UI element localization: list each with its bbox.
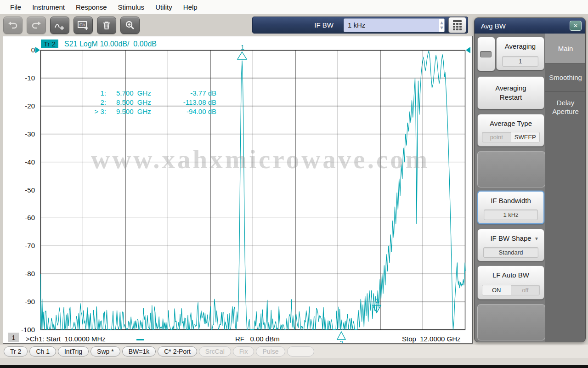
panel-tab-column: Main Smoothing Delay Aperture [545, 34, 586, 342]
keypad-button[interactable] [448, 17, 466, 33]
trace-color-dash [136, 339, 144, 340]
averaging-value: 1 [502, 56, 538, 67]
status-c-2-port[interactable]: C* 2-Port [158, 346, 197, 357]
averaging-button[interactable]: Averaging 1 [496, 37, 544, 70]
y-tick-label: -90 [6, 298, 35, 306]
delete-icon [102, 20, 112, 30]
add-trace-button[interactable] [50, 17, 69, 34]
if-bw-label: IF BW [314, 21, 334, 29]
blank-softkey [477, 304, 545, 340]
svg-text:Ch: Ch [79, 23, 85, 27]
marker-readout-row: > 3: 9.500 GHz -94.00 dB [74, 107, 216, 116]
marker-3-freq: 9.500 GHz [116, 107, 170, 116]
status-bar: Tr 2Ch 1IntTrigSwp *BW=1kC* 2-PortSrcCal… [0, 345, 588, 358]
y-tick-label: -20 [6, 102, 35, 110]
close-icon[interactable]: ✕ [570, 21, 582, 31]
add-channel-button[interactable]: Ch [74, 17, 93, 34]
panel-title: Avg BW [481, 22, 570, 30]
plot-area: Tr 2 S21 LogM 10.00dB/ 0.00dB 0-10-20-30… [3, 36, 473, 344]
status-tr-2[interactable]: Tr 2 [4, 346, 28, 357]
lf-auto-bw-on[interactable]: ON [482, 285, 511, 295]
status-swp-[interactable]: Swp * [90, 346, 120, 357]
menu-bar: FileInstrumentResponseStimulusUtilityHel… [0, 0, 588, 14]
if-bandwidth-value: 1 kHz [484, 209, 538, 220]
menu-item-utility[interactable]: Utility [150, 3, 178, 11]
if-bw-spinner[interactable]: ▲ ▼ [439, 19, 444, 32]
marker-1-id: 1: [74, 89, 106, 98]
status-srccal[interactable]: SrcCal [199, 346, 231, 357]
marker-readout-row: 1: 5.700 GHz -3.77 dB [74, 89, 216, 98]
trace-title: S21 LogM 10.00dB/ 0.00dB [64, 40, 157, 48]
start-frequency-label[interactable]: >Ch1: Start 10.0000 MHz [26, 335, 106, 343]
avg-bw-panel: Avg BW ✕ Main Smoothing Delay Aperture A… [474, 17, 586, 342]
y-tick-label: -10 [6, 74, 35, 82]
averaging-restart-button[interactable]: Averaging Restart [477, 76, 544, 109]
marker-3-id: > 3: [74, 107, 106, 116]
if-bw-shape-value: Standard [483, 247, 538, 258]
y-tick-label: -40 [6, 158, 35, 166]
averaging-label: Averaging [497, 42, 544, 50]
svg-text:3: 3 [375, 297, 379, 305]
if-bw-input-group: ▲ ▼ [344, 18, 445, 32]
average-type-sweep[interactable]: SWEEP [511, 132, 540, 142]
status-empty[interactable] [287, 346, 314, 357]
marker-1-freq: 5.700 GHz [116, 89, 170, 98]
add-trace-icon [54, 20, 66, 30]
tab-main[interactable]: Main [545, 34, 586, 63]
marker-readout-row: 2: 8.500 GHz -113.08 dB [74, 98, 216, 107]
stop-frequency-label[interactable]: Stop 12.0000 GHz [402, 335, 461, 343]
delete-button[interactable] [97, 17, 116, 34]
rf-power-label[interactable]: RF 0.00 dBm [235, 335, 280, 343]
status-ch-1[interactable]: Ch 1 [29, 346, 56, 357]
marker-2-level: -113.08 dB [170, 98, 216, 107]
status-bw-1k[interactable]: BW=1k [122, 346, 156, 357]
redo-button [27, 17, 46, 34]
if-bw-shape-button[interactable]: IF BW Shape ▼ Standard [477, 229, 544, 261]
if-bandwidth-button[interactable]: IF Bandwidth 1 kHz [477, 191, 544, 224]
averaging-restart-label: Averaging Restart [486, 84, 536, 102]
svg-text:2: 2 [339, 340, 343, 344]
spinner-down-icon[interactable]: ▼ [439, 25, 444, 30]
marker-1-level: -3.77 dB [170, 89, 216, 98]
window-bottom-edge [0, 365, 588, 368]
undo-button [3, 17, 23, 34]
marker-2-freq: 8.500 GHz [116, 98, 170, 107]
status-fix[interactable]: Fix [233, 346, 254, 357]
y-tick-label: -60 [6, 214, 35, 221]
zoom-button[interactable] [120, 17, 140, 34]
menu-item-response[interactable]: Response [70, 3, 113, 11]
averaging-toggle-button[interactable] [477, 37, 495, 71]
redo-icon [31, 20, 42, 30]
menu-item-stimulus[interactable]: Stimulus [113, 3, 150, 11]
chevron-down-icon: ▼ [534, 236, 539, 241]
undo-icon [7, 20, 18, 30]
menu-item-file[interactable]: File [5, 3, 27, 11]
marker-3-level: -94.00 dB [170, 107, 216, 116]
average-type-point[interactable]: point [482, 132, 511, 142]
marker-readout: 1: 5.700 GHz -3.77 dB 2: 8.500 GHz -113.… [74, 89, 216, 116]
trace-badge[interactable]: Tr 2 [41, 40, 58, 48]
menu-item-instrument[interactable]: Instrument [27, 3, 70, 11]
lf-auto-bw-button[interactable]: LF Auto BW ON off [477, 266, 544, 300]
add-channel-icon: Ch [77, 20, 89, 30]
lf-auto-bw-off[interactable]: off [511, 285, 540, 295]
average-type-button[interactable]: Average Type point SWEEP [477, 114, 544, 147]
menu-item-help[interactable]: Help [178, 3, 203, 11]
y-tick-label: -50 [6, 186, 35, 194]
tab-delay-aperture[interactable]: Delay Aperture [545, 92, 586, 122]
channel-badge[interactable]: 1 [8, 333, 19, 342]
trace-markers: 123 [237, 44, 381, 344]
lf-auto-bw-label: LF Auto BW [478, 271, 544, 279]
status-pulse[interactable]: Pulse [256, 346, 285, 357]
marker-2[interactable]: 2 [337, 332, 345, 344]
if-bw-input[interactable] [344, 19, 439, 32]
average-type-segmented: point SWEEP [482, 132, 540, 142]
spinner-up-icon[interactable]: ▲ [439, 20, 444, 25]
tab-smoothing[interactable]: Smoothing [545, 63, 586, 92]
panel-title-bar: Avg BW ✕ [475, 18, 585, 34]
svg-text:1: 1 [241, 44, 244, 51]
if-bw-entry-bar: IF BW ▲ ▼ [252, 17, 468, 34]
marker-1[interactable]: 1 [237, 44, 247, 59]
marker-2-id: 2: [74, 98, 106, 107]
status-inttrig[interactable]: IntTrig [58, 346, 89, 357]
